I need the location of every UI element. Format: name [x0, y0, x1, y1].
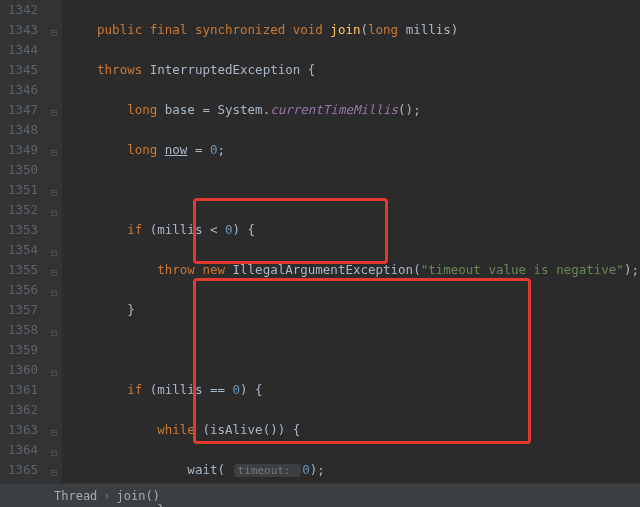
fold-toggle-icon[interactable]: ⊟ — [49, 203, 59, 223]
fold-toggle-icon[interactable]: ⊟ — [49, 283, 59, 303]
line-number: 1356 — [0, 280, 38, 300]
line-number: 1359 — [0, 340, 38, 360]
line-number: 1349 — [0, 140, 38, 160]
line-number: 1352 — [0, 200, 38, 220]
line-number: 1355 — [0, 260, 38, 280]
line-number: 1353 — [0, 220, 38, 240]
line-number: 1346 — [0, 80, 38, 100]
line-number: 1354 — [0, 240, 38, 260]
fold-toggle-icon[interactable]: ⊟ — [49, 23, 59, 43]
line-number: 1357 — [0, 300, 38, 320]
fold-toggle-icon[interactable]: ⊟ — [49, 183, 59, 203]
code-editor[interactable]: 1342134313441345134613471348134913501351… — [0, 0, 640, 483]
fold-toggle-icon[interactable]: ⊟ — [49, 263, 59, 283]
param-hint: timeout: — [234, 464, 302, 477]
line-number: 1360 — [0, 360, 38, 380]
fold-toggle-icon[interactable]: ⊟ — [49, 443, 59, 463]
fold-toggle-icon[interactable]: ⊟ — [49, 363, 59, 383]
fold-toggle-icon[interactable]: ⊟ — [49, 463, 59, 483]
line-number: 1343 — [0, 20, 38, 40]
keyword: public final synchronized void — [97, 22, 330, 37]
method-name: join — [330, 22, 360, 37]
fold-toggle-icon[interactable]: ⊟ — [49, 323, 59, 343]
fold-toggle-icon[interactable]: ⊟ — [49, 423, 59, 443]
line-number: 1362 — [0, 400, 38, 420]
fold-toggle-icon[interactable]: ⊟ — [49, 243, 59, 263]
line-number: 1361 — [0, 380, 38, 400]
line-number: 1344 — [0, 40, 38, 60]
fold-toggle-icon[interactable]: ⊟ — [49, 143, 59, 163]
fold-toggle-icon[interactable]: ⊟ — [49, 103, 59, 123]
line-number: 1345 — [0, 60, 38, 80]
line-number: 1347 — [0, 100, 38, 120]
line-number: 1365 — [0, 460, 38, 480]
line-number: 1363 — [0, 420, 38, 440]
code-area[interactable]: public final synchronized void join(long… — [62, 0, 640, 483]
fold-column[interactable]: ⊟⊟⊟⊟⊟⊟⊟⊟⊟⊟⊟⊟⊟ — [48, 0, 62, 483]
line-number: 1348 — [0, 120, 38, 140]
line-number: 1351 — [0, 180, 38, 200]
line-number: 1358 — [0, 320, 38, 340]
line-number: 1350 — [0, 160, 38, 180]
line-number: 1364 — [0, 440, 38, 460]
line-number-gutter: 1342134313441345134613471348134913501351… — [0, 0, 48, 483]
line-number: 1342 — [0, 0, 38, 20]
